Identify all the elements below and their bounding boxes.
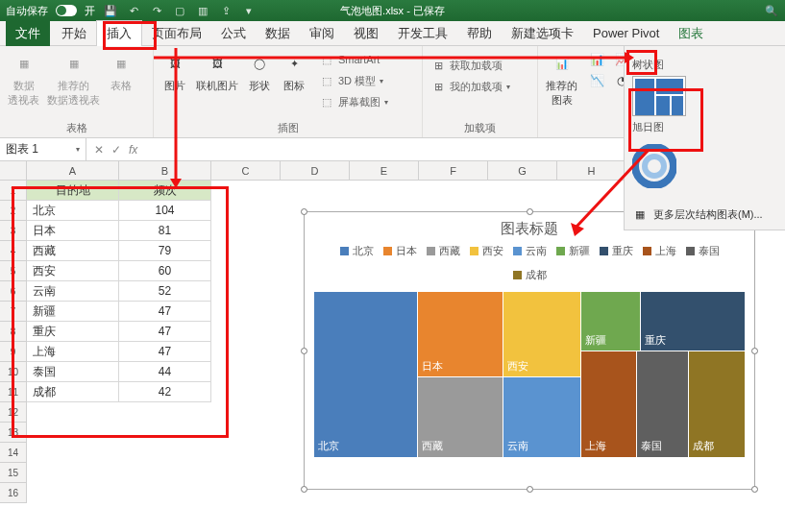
treemap-cell[interactable]: 西藏 <box>418 377 504 457</box>
col-header[interactable]: B <box>119 161 211 180</box>
tab-review[interactable]: 审阅 <box>300 21 344 46</box>
qat-icon[interactable]: ▢ <box>172 3 187 18</box>
treemap-cell[interactable]: 云南 <box>503 377 581 457</box>
row-header[interactable]: 15 <box>0 463 27 483</box>
col-header[interactable]: H <box>557 161 626 180</box>
treemap-cell[interactable]: 西安 <box>503 292 581 377</box>
fx-cancel-icon[interactable]: ✕ <box>94 143 104 157</box>
fx-confirm-icon[interactable]: ✓ <box>111 143 121 157</box>
save-icon[interactable]: 💾 <box>103 3 118 18</box>
col-header[interactable]: D <box>281 161 350 180</box>
screenshot-button[interactable]: ⬚屏幕截图▾ <box>319 92 388 111</box>
tab-view[interactable]: 视图 <box>344 21 388 46</box>
pivot-table-button[interactable]: ▦数据 透视表 <box>8 50 39 108</box>
legend-item[interactable]: 北京 <box>340 244 374 258</box>
table-header-freq[interactable]: 频次 <box>119 181 211 201</box>
row-header[interactable]: 1 <box>0 181 27 201</box>
treemap-cell[interactable]: 重庆 <box>641 292 745 351</box>
legend-item[interactable]: 泰国 <box>686 244 720 258</box>
legend-item[interactable]: 云南 <box>513 244 547 258</box>
tab-help[interactable]: 帮助 <box>457 21 502 46</box>
row-header[interactable]: 11 <box>0 382 27 402</box>
treemap-cell[interactable]: 日本 <box>418 292 504 377</box>
tab-formulas[interactable]: 公式 <box>211 21 256 46</box>
table-row[interactable]: 北京104 <box>27 201 211 221</box>
row-header[interactable]: 8 <box>0 322 27 342</box>
treemap-cell[interactable]: 新疆 <box>581 292 642 351</box>
row-header[interactable]: 12 <box>0 402 27 423</box>
row-header[interactable]: 7 <box>0 302 27 322</box>
col-header[interactable]: G <box>488 161 557 180</box>
treemap-cell[interactable]: 上海 <box>581 351 637 457</box>
tab-newtab[interactable]: 新建选项卡 <box>502 21 583 46</box>
row-header[interactable]: 5 <box>0 261 27 281</box>
treemap-thumb[interactable] <box>632 76 686 116</box>
my-addins-button[interactable]: ⊞我的加载项▾ <box>430 77 529 96</box>
tab-file[interactable]: 文件 <box>6 21 50 46</box>
table-button[interactable]: ▦表格 <box>108 50 135 93</box>
tab-insert[interactable]: 插入 <box>96 20 142 46</box>
table-row[interactable]: 成都42 <box>27 382 211 402</box>
row-header[interactable]: 2 <box>0 201 27 221</box>
shapes-button[interactable]: ◯形状 <box>246 50 273 93</box>
tab-pagelayout[interactable]: 页面布局 <box>142 21 211 46</box>
legend-item[interactable]: 成都 <box>513 268 547 282</box>
row-header[interactable]: 6 <box>0 281 27 302</box>
sunburst-thumb[interactable] <box>632 144 676 188</box>
tab-developer[interactable]: 开发工具 <box>388 21 457 46</box>
name-box[interactable]: 图表 1▾ <box>0 138 86 160</box>
tab-home[interactable]: 开始 <box>52 21 96 46</box>
chart-legend[interactable]: 北京日本西藏西安云南新疆重庆上海泰国成都 <box>305 244 754 288</box>
table-row[interactable]: 日本81 <box>27 221 211 241</box>
waterfall-chart-icon[interactable]: 📉 <box>585 71 608 90</box>
legend-item[interactable]: 日本 <box>383 244 417 258</box>
tab-powerpivot[interactable]: Power Pivot <box>583 22 669 44</box>
online-pictures-button[interactable]: 🖼联机图片 <box>196 50 238 93</box>
redo-icon[interactable]: ↷ <box>149 3 164 18</box>
table-row[interactable]: 重庆47 <box>27 322 211 342</box>
legend-item[interactable]: 西藏 <box>427 244 460 258</box>
smartart-button[interactable]: ⬚SmartArt <box>319 50 388 69</box>
table-row[interactable]: 西安60 <box>27 261 211 281</box>
search-icon[interactable]: 🔍 <box>764 3 779 18</box>
chart-object[interactable]: 图表标题 北京日本西藏西安云南新疆重庆上海泰国成都 北京日本西藏西安云南新疆重庆… <box>304 211 755 490</box>
col-header[interactable]: A <box>27 161 119 180</box>
recommended-charts-button[interactable]: 📊推荐的 图表 <box>546 50 577 108</box>
column-chart-icon[interactable]: 📊 <box>585 50 608 69</box>
legend-item[interactable]: 新疆 <box>556 244 590 258</box>
recommended-pivot-button[interactable]: ▦推荐的 数据透视表 <box>47 50 100 108</box>
qat-icon[interactable]: ⇪ <box>218 3 233 18</box>
pictures-button[interactable]: 🖼图片 <box>161 50 188 93</box>
icons-button[interactable]: ✦图标 <box>281 50 307 93</box>
fx-icon[interactable]: fx <box>129 143 137 157</box>
table-row[interactable]: 西藏79 <box>27 241 211 261</box>
data-table[interactable]: 目的地 频次 北京104日本81西藏79西安60云南52新疆47重庆47上海47… <box>27 181 211 402</box>
col-header[interactable]: F <box>419 161 488 180</box>
col-header[interactable]: C <box>211 161 281 180</box>
tab-chart[interactable]: 图表 <box>669 21 713 46</box>
treemap-cell[interactable]: 成都 <box>689 351 745 457</box>
row-header[interactable]: 10 <box>0 362 27 382</box>
row-header[interactable]: 16 <box>0 483 27 503</box>
select-all-corner[interactable] <box>0 161 27 180</box>
3d-model-button[interactable]: ⬚3D 模型▾ <box>319 71 388 90</box>
row-header[interactable]: 3 <box>0 221 27 241</box>
autosave-toggle[interactable] <box>56 5 77 16</box>
legend-item[interactable]: 西安 <box>470 244 503 258</box>
more-hierarchy-button[interactable]: ▦ 更多层次结构图表(M)... <box>632 206 777 222</box>
qat-more-icon[interactable]: ▾ <box>241 3 257 18</box>
table-row[interactable]: 新疆47 <box>27 302 211 322</box>
qat-icon[interactable]: ▥ <box>195 3 210 18</box>
legend-item[interactable]: 重庆 <box>600 244 633 258</box>
tab-data[interactable]: 数据 <box>256 21 300 46</box>
get-addins-button[interactable]: ⊞获取加载项 <box>430 56 529 75</box>
row-header[interactable]: 14 <box>0 443 27 463</box>
treemap-plot[interactable]: 北京日本西藏西安云南新疆重庆上海泰国成都 <box>314 292 745 457</box>
table-row[interactable]: 泰国44 <box>27 362 211 382</box>
legend-item[interactable]: 上海 <box>643 244 676 258</box>
treemap-cell[interactable]: 泰国 <box>637 351 689 457</box>
row-header[interactable]: 9 <box>0 342 27 362</box>
table-header-city[interactable]: 目的地 <box>27 181 119 201</box>
undo-icon[interactable]: ↶ <box>126 3 141 18</box>
row-header[interactable]: 13 <box>0 423 27 443</box>
